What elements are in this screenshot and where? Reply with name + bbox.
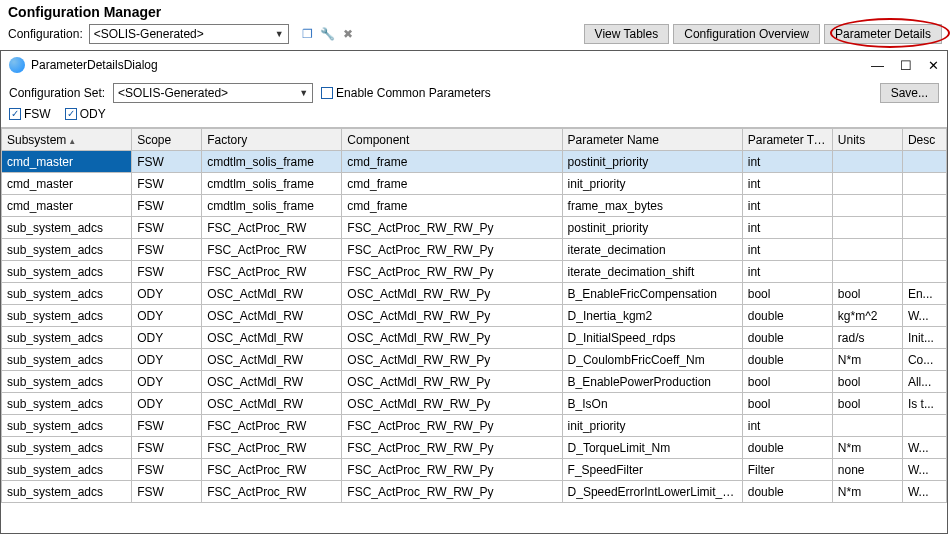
cell-component[interactable]: FSC_ActProc_RW_RW_Py <box>342 217 562 239</box>
cell-units[interactable]: bool <box>832 371 902 393</box>
cell-type[interactable]: int <box>742 217 832 239</box>
cell-desc[interactable]: W... <box>902 459 946 481</box>
cell-desc[interactable]: Init... <box>902 327 946 349</box>
cell-name[interactable]: iterate_decimation <box>562 239 742 261</box>
cell-type[interactable]: double <box>742 481 832 503</box>
cell-factory[interactable]: OSC_ActMdl_RW <box>202 283 342 305</box>
cell-factory[interactable]: cmdtlm_solis_frame <box>202 173 342 195</box>
cell-type[interactable]: double <box>742 305 832 327</box>
col-scope[interactable]: Scope <box>132 129 202 151</box>
cell-type[interactable]: int <box>742 415 832 437</box>
cell-units[interactable]: bool <box>832 393 902 415</box>
table-row[interactable]: sub_system_adcsODYOSC_ActMdl_RWOSC_ActMd… <box>2 393 947 415</box>
table-row[interactable]: sub_system_adcsFSWFSC_ActProc_RWFSC_ActP… <box>2 437 947 459</box>
cell-factory[interactable]: OSC_ActMdl_RW <box>202 371 342 393</box>
table-row[interactable]: sub_system_adcsODYOSC_ActMdl_RWOSC_ActMd… <box>2 283 947 305</box>
cell-name[interactable]: iterate_decimation_shift <box>562 261 742 283</box>
table-row[interactable]: sub_system_adcsODYOSC_ActMdl_RWOSC_ActMd… <box>2 371 947 393</box>
cell-desc[interactable] <box>902 415 946 437</box>
cell-subsystem[interactable]: sub_system_adcs <box>2 261 132 283</box>
cell-desc[interactable] <box>902 239 946 261</box>
cell-desc[interactable] <box>902 217 946 239</box>
col-parameter-type[interactable]: Parameter Type <box>742 129 832 151</box>
cell-desc[interactable]: W... <box>902 305 946 327</box>
cell-scope[interactable]: ODY <box>132 371 202 393</box>
cell-component[interactable]: FSC_ActProc_RW_RW_Py <box>342 261 562 283</box>
cell-subsystem[interactable]: cmd_master <box>2 173 132 195</box>
col-desc[interactable]: Desc <box>902 129 946 151</box>
cell-units[interactable]: N*m <box>832 349 902 371</box>
cell-scope[interactable]: ODY <box>132 393 202 415</box>
cell-subsystem[interactable]: sub_system_adcs <box>2 481 132 503</box>
table-row[interactable]: sub_system_adcsODYOSC_ActMdl_RWOSC_ActMd… <box>2 327 947 349</box>
cell-type[interactable]: bool <box>742 371 832 393</box>
cell-subsystem[interactable]: sub_system_adcs <box>2 327 132 349</box>
cell-type[interactable]: int <box>742 173 832 195</box>
cell-units[interactable]: bool <box>832 283 902 305</box>
cell-name[interactable]: F_SpeedFilter <box>562 459 742 481</box>
cell-component[interactable]: cmd_frame <box>342 173 562 195</box>
cell-name[interactable]: D_SpeedErrorIntLowerLimit_Nm <box>562 481 742 503</box>
cell-type[interactable]: int <box>742 261 832 283</box>
cell-units[interactable] <box>832 261 902 283</box>
cell-component[interactable]: cmd_frame <box>342 151 562 173</box>
cell-scope[interactable]: ODY <box>132 283 202 305</box>
cell-name[interactable]: D_TorqueLimit_Nm <box>562 437 742 459</box>
cell-subsystem[interactable]: sub_system_adcs <box>2 305 132 327</box>
cell-desc[interactable] <box>902 261 946 283</box>
cell-name[interactable]: B_EnablePowerProduction <box>562 371 742 393</box>
cell-scope[interactable]: FSW <box>132 173 202 195</box>
cell-subsystem[interactable]: sub_system_adcs <box>2 437 132 459</box>
cell-factory[interactable]: OSC_ActMdl_RW <box>202 349 342 371</box>
cell-component[interactable]: OSC_ActMdl_RW_RW_Py <box>342 305 562 327</box>
cell-name[interactable]: postinit_priority <box>562 217 742 239</box>
cell-name[interactable]: postinit_priority <box>562 151 742 173</box>
cell-subsystem[interactable]: cmd_master <box>2 151 132 173</box>
fsw-checkbox[interactable]: ✓ FSW <box>9 107 51 121</box>
cell-component[interactable]: FSC_ActProc_RW_RW_Py <box>342 239 562 261</box>
cell-factory[interactable]: cmdtlm_solis_frame <box>202 151 342 173</box>
view-tables-button[interactable]: View Tables <box>584 24 670 44</box>
cell-type[interactable]: bool <box>742 283 832 305</box>
cell-desc[interactable]: W... <box>902 437 946 459</box>
cell-factory[interactable]: OSC_ActMdl_RW <box>202 327 342 349</box>
cell-component[interactable]: FSC_ActProc_RW_RW_Py <box>342 415 562 437</box>
cell-subsystem[interactable]: sub_system_adcs <box>2 393 132 415</box>
cell-subsystem[interactable]: cmd_master <box>2 195 132 217</box>
cell-scope[interactable]: FSW <box>132 437 202 459</box>
col-component[interactable]: Component <box>342 129 562 151</box>
cell-component[interactable]: OSC_ActMdl_RW_RW_Py <box>342 393 562 415</box>
table-row[interactable]: cmd_masterFSWcmdtlm_solis_framecmd_frame… <box>2 151 947 173</box>
cell-desc[interactable] <box>902 195 946 217</box>
cell-scope[interactable]: FSW <box>132 481 202 503</box>
cell-scope[interactable]: FSW <box>132 261 202 283</box>
cell-subsystem[interactable]: sub_system_adcs <box>2 371 132 393</box>
table-header[interactable]: Subsystem▲ Scope Factory Component Param… <box>2 129 947 151</box>
col-units[interactable]: Units <box>832 129 902 151</box>
cell-type[interactable]: int <box>742 195 832 217</box>
cell-scope[interactable]: FSW <box>132 151 202 173</box>
cell-factory[interactable]: OSC_ActMdl_RW <box>202 393 342 415</box>
col-parameter-name[interactable]: Parameter Name <box>562 129 742 151</box>
cell-desc[interactable]: En... <box>902 283 946 305</box>
cell-factory[interactable]: OSC_ActMdl_RW <box>202 305 342 327</box>
cell-scope[interactable]: FSW <box>132 195 202 217</box>
cell-name[interactable]: D_CoulombFricCoeff_Nm <box>562 349 742 371</box>
close-icon[interactable]: ✕ <box>928 58 939 73</box>
cell-subsystem[interactable]: sub_system_adcs <box>2 217 132 239</box>
table-row[interactable]: sub_system_adcsFSWFSC_ActProc_RWFSC_ActP… <box>2 481 947 503</box>
table-row[interactable]: sub_system_adcsFSWFSC_ActProc_RWFSC_ActP… <box>2 261 947 283</box>
minimize-icon[interactable]: — <box>871 58 884 73</box>
parameters-table[interactable]: Subsystem▲ Scope Factory Component Param… <box>1 128 947 503</box>
table-row[interactable]: sub_system_adcsFSWFSC_ActProc_RWFSC_ActP… <box>2 217 947 239</box>
cell-factory[interactable]: FSC_ActProc_RW <box>202 261 342 283</box>
cell-component[interactable]: OSC_ActMdl_RW_RW_Py <box>342 371 562 393</box>
cell-scope[interactable]: FSW <box>132 415 202 437</box>
cell-desc[interactable]: Co... <box>902 349 946 371</box>
cell-component[interactable]: FSC_ActProc_RW_RW_Py <box>342 437 562 459</box>
cell-component[interactable]: OSC_ActMdl_RW_RW_Py <box>342 349 562 371</box>
cell-factory[interactable]: cmdtlm_solis_frame <box>202 195 342 217</box>
cell-factory[interactable]: FSC_ActProc_RW <box>202 217 342 239</box>
col-subsystem[interactable]: Subsystem▲ <box>2 129 132 151</box>
wrench-icon[interactable]: 🔧 <box>321 27 335 41</box>
